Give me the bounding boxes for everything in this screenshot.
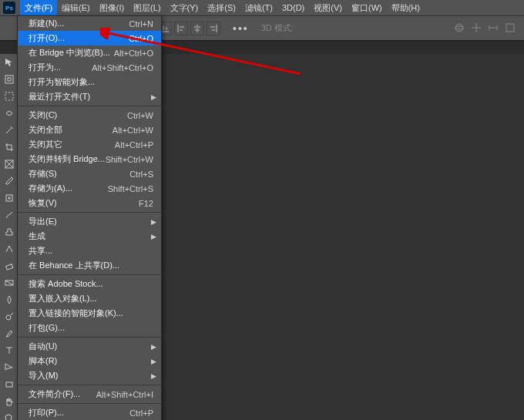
rect-tool-icon[interactable] [0, 376, 18, 393]
menu-图层(L)[interactable]: 图层(L) [129, 0, 165, 15]
menu-item-label: 在 Behance 上共享(D)... [29, 260, 119, 271]
svg-point-29 [5, 415, 12, 420]
svg-rect-25 [6, 264, 13, 270]
menu-滤镜(T)[interactable]: 滤镜(T) [240, 0, 277, 15]
menu-item[interactable]: 存储为(A)...Shift+Ctrl+S [18, 181, 161, 196]
svg-rect-20 [506, 24, 514, 32]
menu-item[interactable]: 文件简介(F)...Alt+Shift+Ctrl+I [18, 387, 161, 402]
tools-panel [0, 54, 18, 420]
menu-item[interactable]: 关闭(C)Ctrl+W [18, 108, 161, 123]
align-right-icon[interactable] [207, 22, 220, 35]
submenu-arrow-icon: ▶ [151, 218, 156, 226]
align-hcenter-icon[interactable] [190, 22, 204, 35]
menu-item[interactable]: 共享... [18, 244, 161, 258]
history-tool-icon[interactable] [0, 240, 18, 257]
eyedropper-tool-icon[interactable] [0, 173, 18, 190]
menu-item[interactable]: 存储(S)Ctrl+S [18, 166, 161, 181]
menu-item[interactable]: 置入嵌入对象(L)... [18, 291, 161, 306]
menu-3D(D)[interactable]: 3D(D) [277, 0, 309, 15]
artboard-tool-icon[interactable] [0, 71, 18, 88]
gradient-tool-icon[interactable] [0, 274, 18, 291]
svg-point-27 [6, 315, 11, 320]
menu-item[interactable]: 打开为...Alt+Shift+Ctrl+O [18, 60, 161, 75]
menu-选择(S)[interactable]: 选择(S) [203, 0, 240, 15]
svg-rect-8 [166, 27, 167, 30]
menu-item[interactable]: 在 Behance 上共享(D)... [18, 258, 161, 273]
crop-tool-icon[interactable] [0, 139, 18, 156]
menu-item-shortcut: Alt+Ctrl+O [114, 49, 153, 58]
menu-item[interactable]: 打印(P)...Ctrl+P [18, 405, 161, 420]
wand-tool-icon[interactable] [0, 122, 18, 139]
lasso-tool-icon[interactable] [0, 105, 18, 122]
menu-item[interactable]: 关闭其它Alt+Ctrl+P [18, 137, 161, 152]
menu-item[interactable]: 恢复(V)F12 [18, 196, 161, 210]
submenu-arrow-icon: ▶ [151, 233, 156, 240]
slide-3d-icon[interactable] [487, 22, 499, 35]
svg-rect-12 [196, 25, 198, 32]
pen-tool-icon[interactable] [0, 325, 18, 342]
menu-item-label: 打开为... [29, 62, 61, 73]
frame-tool-icon[interactable] [0, 156, 18, 173]
submenu-arrow-icon: ▶ [151, 343, 156, 351]
file-menu-dropdown: 新建(N)...Ctrl+N打开(O)...Ctrl+O在 Bridge 中浏览… [17, 15, 162, 420]
more-options-icon[interactable]: ••• [233, 22, 249, 35]
path-tool-icon[interactable] [0, 359, 18, 376]
menu-item[interactable]: 自动(U)▶ [18, 339, 161, 354]
svg-point-19 [455, 26, 463, 29]
submenu-arrow-icon: ▶ [151, 372, 156, 380]
menu-item[interactable]: 打开(O)...Ctrl+O [18, 31, 161, 45]
brush-tool-icon[interactable] [0, 207, 18, 223]
dodge-tool-icon[interactable] [0, 308, 18, 325]
menu-item[interactable]: 新建(N)...Ctrl+N [18, 16, 161, 31]
type-tool-icon[interactable] [0, 342, 18, 359]
menu-item-label: 打开(O)... [29, 32, 65, 44]
menu-item[interactable]: 导出(E)▶ [18, 214, 161, 229]
eraser-tool-icon[interactable] [0, 257, 18, 274]
menu-item-label: 关闭全部 [29, 124, 62, 136]
svg-point-18 [455, 24, 463, 32]
menu-item-shortcut: Alt+Shift+Ctrl+O [92, 63, 153, 72]
menu-窗口(W)[interactable]: 窗口(W) [347, 0, 387, 15]
menu-文件(F)[interactable]: 文件(F) [20, 0, 57, 15]
menu-图像(I)[interactable]: 图像(I) [95, 0, 129, 15]
scale-3d-icon[interactable] [504, 22, 516, 35]
blur-tool-icon[interactable] [0, 291, 18, 308]
align-left-icon[interactable] [174, 22, 188, 35]
zoom-tool-icon[interactable] [0, 410, 18, 420]
menu-视图(V)[interactable]: 视图(V) [309, 0, 347, 15]
menu-item-shortcut: Alt+Ctrl+P [115, 140, 153, 150]
menu-item[interactable]: 导入(M)▶ [18, 368, 161, 383]
menu-item-label: 生成 [29, 230, 45, 242]
menu-文字(Y)[interactable]: 文字(Y) [166, 0, 203, 15]
stamp-tool-icon[interactable] [0, 223, 18, 240]
menu-item[interactable]: 生成▶ [18, 229, 161, 244]
move-tool-icon[interactable] [0, 54, 18, 71]
menu-item[interactable]: 在 Bridge 中浏览(B)...Alt+Ctrl+O [18, 45, 161, 60]
menu-item[interactable]: 最近打开文件(T)▶ [18, 89, 161, 104]
menu-item[interactable]: 关闭并转到 Bridge...Shift+Ctrl+W [18, 152, 161, 166]
menu-item-shortcut: Ctrl+O [129, 34, 153, 43]
menu-编辑(E)[interactable]: 编辑(E) [57, 0, 95, 15]
menu-item-label: 关闭并转到 Bridge... [29, 153, 105, 165]
menu-item-label: 导入(M) [29, 370, 59, 381]
menu-item[interactable]: 打开为智能对象... [18, 75, 161, 89]
svg-rect-15 [216, 25, 217, 32]
menu-item[interactable]: 打包(G)... [18, 321, 161, 335]
marquee-tool-icon[interactable] [0, 88, 18, 105]
menu-item[interactable]: 脚本(R)▶ [18, 354, 161, 368]
menu-item-label: 打开为智能对象... [29, 76, 95, 88]
svg-rect-17 [212, 29, 215, 31]
orbit-3d-icon[interactable] [453, 22, 465, 35]
menu-item[interactable]: 置入链接的智能对象(K)... [18, 306, 161, 321]
svg-rect-16 [210, 26, 215, 28]
svg-rect-6 [161, 31, 169, 32]
hand-tool-icon[interactable] [0, 393, 18, 410]
pan-3d-icon[interactable] [470, 22, 482, 35]
menu-item-label: 恢复(V) [29, 197, 57, 209]
menu-item-label: 导出(E) [29, 216, 57, 227]
menu-item-label: 存储(S) [29, 168, 57, 180]
menu-item[interactable]: 搜索 Adobe Stock... [18, 277, 161, 291]
menu-帮助(H)[interactable]: 帮助(H) [387, 0, 425, 15]
heal-tool-icon[interactable] [0, 190, 18, 207]
menu-item[interactable]: 关闭全部Alt+Ctrl+W [18, 123, 161, 137]
